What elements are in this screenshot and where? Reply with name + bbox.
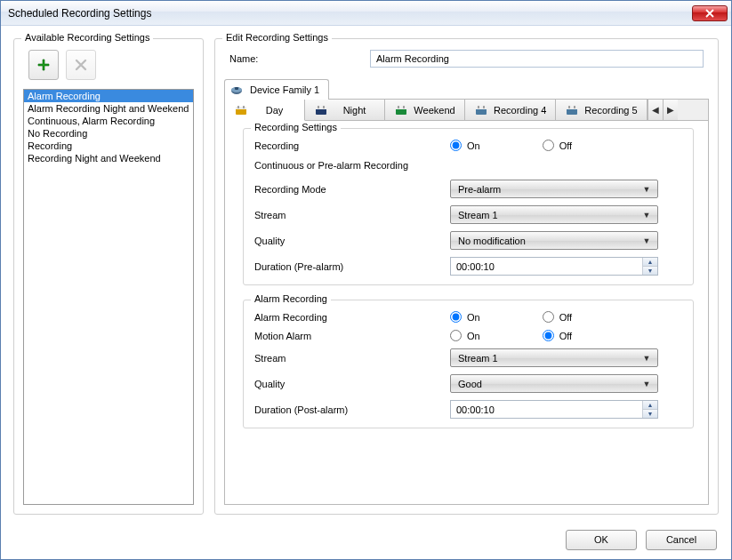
prealarm-duration-row: Duration (Pre-alarm) 00:00:10 ▲ ▼ <box>254 257 682 276</box>
tab-scroll-left-button[interactable]: ◀ <box>648 100 663 120</box>
chevron-down-icon: ▼ <box>639 377 654 391</box>
recording-mode-value: Pre-alarm <box>458 184 501 195</box>
list-item[interactable]: Alarm Recording <box>24 90 193 102</box>
settings-toolbar <box>23 50 194 80</box>
spinner-down-button[interactable]: ▼ <box>643 410 657 418</box>
motion-alarm-off-radio[interactable]: Off <box>543 330 572 341</box>
schedule-tabs-container: DayNightWeekendRecording 4Recording 5◀▶ … <box>224 100 709 505</box>
alarm-recording-off-radio[interactable]: Off <box>543 311 572 323</box>
svg-rect-2 <box>235 87 238 90</box>
spinner-up-button[interactable]: ▲ <box>643 258 657 267</box>
schedule-icon <box>314 103 328 117</box>
prealarm-duration-spinner[interactable]: 00:00:10 ▲ ▼ <box>450 257 658 276</box>
tab-schedule-label: Night <box>334 105 375 116</box>
recording-mode-row: Recording Mode Pre-alarm ▼ <box>254 180 682 198</box>
device-family-tabstrip: Device Family 1 <box>224 80 709 100</box>
schedule-icon <box>394 103 408 117</box>
ok-button[interactable]: OK <box>566 530 637 550</box>
tab-schedule[interactable]: Day <box>225 100 305 121</box>
alarm-quality-value: Good <box>458 379 482 389</box>
postalarm-duration-label: Duration (Post-alarm) <box>254 404 441 415</box>
prealarm-duration-label: Duration (Pre-alarm) <box>254 261 441 272</box>
list-item[interactable]: Alarm Recording Night and Weekend <box>24 102 193 115</box>
recording-label: Recording <box>254 140 441 151</box>
alarm-quality-row: Quality Good ▼ <box>254 374 682 393</box>
delete-x-icon <box>74 58 88 72</box>
recording-on-radio[interactable]: On <box>450 140 480 151</box>
rec-quality-label: Quality <box>254 236 441 246</box>
motion-alarm-label: Motion Alarm <box>254 331 441 341</box>
available-settings-panel: Available Recording Settings Alarm Recor… <box>13 38 204 515</box>
recording-off-radio[interactable]: Off <box>543 140 572 151</box>
continuous-prealarm-heading: Continuous or Pre-alarm Recording <box>254 160 682 171</box>
alarm-recording-group: Alarm Recording Alarm Recording On Off M… <box>243 300 694 428</box>
list-item[interactable]: Continuous, Alarm Recording <box>24 115 193 127</box>
svg-rect-12 <box>396 107 406 109</box>
spinner-down-button[interactable]: ▼ <box>643 267 657 275</box>
alarm-recording-title: Alarm Recording <box>251 293 331 304</box>
rec-stream-label: Stream <box>254 210 441 220</box>
tab-scroll-right-button[interactable]: ▶ <box>663 100 678 120</box>
settings-listbox[interactable]: Alarm RecordingAlarm Recording Night and… <box>23 89 194 505</box>
tab-schedule[interactable]: Night <box>305 100 385 120</box>
recording-settings-group: Recording Settings Recording On Off Cont… <box>243 128 694 285</box>
window-title: Scheduled Recording Settings <box>8 7 692 20</box>
recording-mode-label: Recording Mode <box>254 184 441 195</box>
edit-settings-panel: Edit Recording Settings Name: Device Fam… <box>214 38 719 515</box>
recording-row: Recording On Off <box>254 140 682 151</box>
recording-mode-select[interactable]: Pre-alarm ▼ <box>450 180 658 198</box>
rec-quality-value: No modification <box>458 236 526 246</box>
close-icon <box>705 9 714 18</box>
tab-schedule-label: Weekend <box>414 105 455 116</box>
motion-alarm-radios: On Off <box>450 330 672 341</box>
alarm-stream-row: Stream Stream 1 ▼ <box>254 348 682 367</box>
tab-schedule-label: Recording 5 <box>584 105 637 116</box>
alarm-stream-label: Stream <box>254 353 441 364</box>
recording-radios: On Off <box>450 140 672 151</box>
rec-stream-row: Stream Stream 1 ▼ <box>254 205 682 224</box>
tab-schedule-label: Recording 4 <box>494 105 546 116</box>
list-item[interactable]: Recording <box>24 140 193 152</box>
schedule-icon <box>565 103 579 117</box>
chevron-down-icon: ▼ <box>639 182 654 196</box>
alarm-quality-select[interactable]: Good ▼ <box>450 374 658 393</box>
rec-stream-value: Stream 1 <box>458 210 498 220</box>
motion-alarm-on-radio[interactable]: On <box>450 330 480 341</box>
svg-rect-16 <box>476 107 487 109</box>
rec-quality-select[interactable]: No modification ▼ <box>450 231 658 250</box>
svg-rect-8 <box>316 107 326 109</box>
tab-device-family-1-label: Device Family 1 <box>250 84 319 95</box>
svg-rect-20 <box>567 107 577 109</box>
close-button[interactable] <box>692 5 728 21</box>
chevron-down-icon: ▼ <box>639 234 654 248</box>
list-item[interactable]: No Recording <box>24 127 193 140</box>
tab-schedule[interactable]: Recording 4 <box>465 100 556 120</box>
add-setting-button[interactable] <box>28 50 59 80</box>
list-item[interactable]: Recording Night and Weekend <box>24 152 193 164</box>
alarm-recording-label: Alarm Recording <box>254 312 441 323</box>
spinner-up-button[interactable]: ▲ <box>643 401 657 410</box>
chevron-down-icon: ▼ <box>639 208 654 222</box>
postalarm-duration-row: Duration (Post-alarm) 00:00:10 ▲ ▼ <box>254 400 682 419</box>
plus-icon <box>36 58 51 72</box>
alarm-stream-select[interactable]: Stream 1 ▼ <box>450 348 658 367</box>
schedule-tabstrip: DayNightWeekendRecording 4Recording 5◀▶ <box>225 100 708 121</box>
alarm-recording-on-radio[interactable]: On <box>450 311 480 323</box>
tab-device-family-1[interactable]: Device Family 1 <box>224 79 329 100</box>
name-input[interactable] <box>370 50 704 68</box>
postalarm-duration-spinner[interactable]: 00:00:10 ▲ ▼ <box>450 400 658 419</box>
alarm-quality-label: Quality <box>254 379 441 389</box>
svg-rect-4 <box>236 107 246 109</box>
cancel-button[interactable]: Cancel <box>646 530 717 550</box>
titlebar: Scheduled Recording Settings <box>1 1 731 26</box>
tab-schedule[interactable]: Weekend <box>385 100 465 120</box>
tab-schedule[interactable]: Recording 5 <box>556 100 647 120</box>
tab-schedule-label: Day <box>253 105 295 116</box>
delete-setting-button <box>66 50 96 80</box>
edit-settings-title: Edit Recording Settings <box>222 32 332 43</box>
schedule-icon <box>234 103 248 117</box>
rec-stream-select[interactable]: Stream 1 ▼ <box>450 205 658 224</box>
motion-alarm-row: Motion Alarm On Off <box>254 330 682 341</box>
alarm-recording-radios: On Off <box>450 311 672 323</box>
tab-content-day: Recording Settings Recording On Off Cont… <box>225 121 708 504</box>
